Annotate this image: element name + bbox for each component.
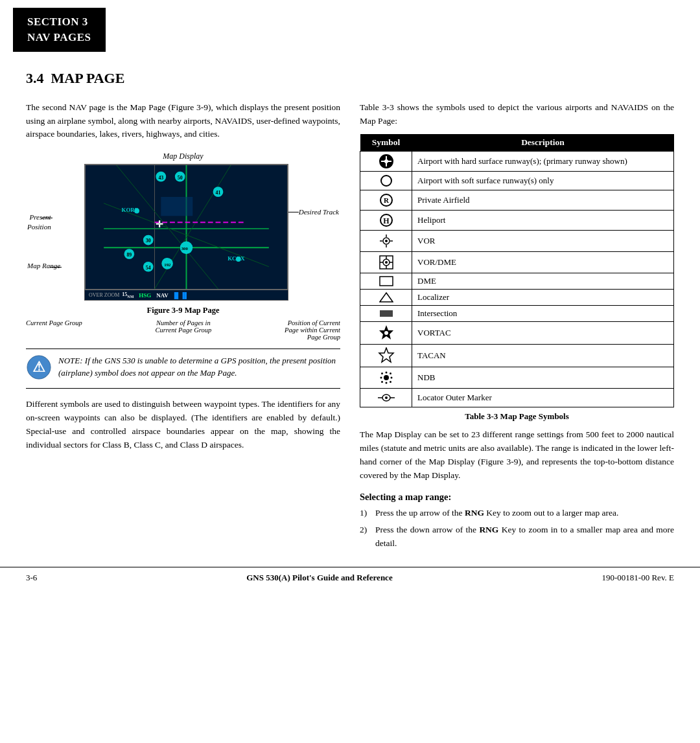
svg-point-42 [385,240,388,242]
desc-cell-2: Airport with soft surface runway(s) only [412,172,674,190]
col-symbol: Symbol [360,134,412,152]
callout-current-page-group: Current Page Group [26,319,82,341]
svg-text:⚠: ⚠ [32,359,45,375]
overzoom-label: OVER ZOOM [89,292,119,298]
step-1-text: Press the up arrow of the RNG Key to zoo… [375,507,618,520]
note-box: ⚠ NOTE: If the GNS 530 is unable to dete… [26,349,340,389]
svg-point-49 [385,261,388,264]
footer-page-num: 3-6 [26,573,37,583]
svg-point-60 [384,375,389,380]
map-status-bar: OVER ZOOM 15NM HSG NAV ▐▌▐▌ [84,290,288,301]
table-row: R Private Airfield [360,190,674,211]
svg-point-67 [381,381,383,383]
svg-marker-55 [380,293,393,302]
note-text: NOTE: If the GNS 530 is unable to determ… [58,354,340,380]
svg-point-35 [384,159,388,163]
table-row: Locator Outer Marker [360,389,674,407]
header-line2: NAV PAGES [27,31,91,43]
svg-point-61 [385,372,387,374]
step-2-text: Press the down arrow of the RNG Key to z… [375,523,674,550]
col-description: Description [412,134,674,152]
step-2-num: 2) [360,523,370,550]
symbol-cell-13 [360,389,412,407]
table-row: TACAN [360,345,674,367]
svg-text:H: H [383,216,390,225]
header-line1: SECTION 3 [27,16,88,28]
steps-list: 1) Press the up arrow of the RNG Key to … [360,507,674,550]
symbol-cell-11 [360,345,412,367]
svg-point-65 [381,372,383,374]
note-icon: ⚠ [26,354,52,383]
svg-rect-54 [380,277,393,286]
table-row: Airport with hard surface runway(s); (pr… [360,152,674,172]
symbol-cell-10 [360,322,412,345]
symbol-cell-2 [360,172,412,190]
symbol-cell-5 [360,231,412,252]
intro-paragraph: The second NAV page is the Map Page (Fig… [26,101,340,142]
subsection-heading: Selecting a map range: [360,492,674,503]
lower-left-text: Different symbols are used to distinguis… [26,398,340,452]
svg-text:43: 43 [158,175,163,181]
desc-cell-8: Localizer [412,290,674,306]
desc-cell-1: Airport with hard surface runway(s); (pr… [412,152,674,172]
svg-text:89: 89 [126,252,132,258]
symbol-cell-3: R [360,190,412,211]
symbol-cell-6 [360,252,412,273]
step-2: 2) Press the down arrow of the RNG Key t… [360,523,674,550]
table-row: Airport with soft surface runway(s) only [360,172,674,190]
table-row: Localizer [360,290,674,306]
nav-label: NAV [156,292,168,299]
callout-position-page: Position of Current Page within Current … [285,319,340,341]
callout-number-pages: Number of Pages in Current Page Group [156,319,212,341]
desc-cell-7: DME [412,273,674,290]
desc-cell-10: VORTAC [412,322,674,345]
right-column: Table 3-3 shows the symbols used to depi… [360,101,674,554]
callout-present-position: Present Position [27,212,51,231]
svg-point-66 [390,372,391,374]
map-image: ✛ 50 43 41 30 89 [84,164,288,290]
symbol-cell-8 [360,290,412,306]
table-caption: Table 3-3 Map Page Symbols [360,411,674,422]
svg-point-68 [390,381,391,383]
table-row: DME [360,273,674,290]
symbol-cell-9 [360,306,412,322]
svg-line-5 [117,165,218,289]
svg-point-28 [134,209,139,214]
svg-point-63 [380,377,382,379]
desc-cell-9: Intersection [412,306,674,322]
footer-right: 190-00181-00 Rev. E [602,573,674,583]
svg-text:41: 41 [216,190,221,196]
footer-center: GNS 530(A) Pilot's Guide and Reference [246,573,392,583]
table-row: VOR/DME [360,252,674,273]
svg-text:50: 50 [178,175,183,181]
map-display-area: Map Display Present Position Desired T [26,152,340,341]
section-header: SECTION 3 NAV PAGES [0,0,700,57]
svg-point-64 [390,377,392,379]
desc-cell-6: VOR/DME [412,252,674,273]
left-column: The second NAV page is the Map Page (Fig… [26,101,340,554]
step-1: 1) Press the up arrow of the RNG Key to … [360,507,674,520]
table-row: VORTAC [360,322,674,345]
symbol-cell-12 [360,367,412,389]
callout-desired-track: Desired Track [299,208,339,216]
bottom-callouts: Current Page Group Number of Pages in Cu… [26,319,340,341]
table-intro: Table 3-3 shows the symbols used to depi… [360,101,674,128]
svg-text:300: 300 [181,247,189,251]
table-row: H Heliport [360,211,674,231]
section-heading: 3.4 MAP PAGE [26,70,674,87]
svg-marker-59 [379,348,393,362]
svg-rect-7 [161,197,192,216]
desc-cell-12: NDB [412,367,674,389]
svg-point-72 [385,396,388,399]
symbol-cell-1 [360,152,412,172]
page-footer: 3-6 GNS 530(A) Pilot's Guide and Referen… [0,567,700,588]
step-1-num: 1) [360,507,370,520]
svg-rect-56 [380,310,393,317]
nav-bars: ▐▌▐▌ [172,292,189,299]
svg-point-62 [385,382,387,384]
svg-text:✛: ✛ [156,220,163,229]
svg-text:30: 30 [146,238,151,244]
svg-point-29 [236,257,241,262]
svg-text:192: 192 [164,262,171,267]
table-row: VOR [360,231,674,252]
